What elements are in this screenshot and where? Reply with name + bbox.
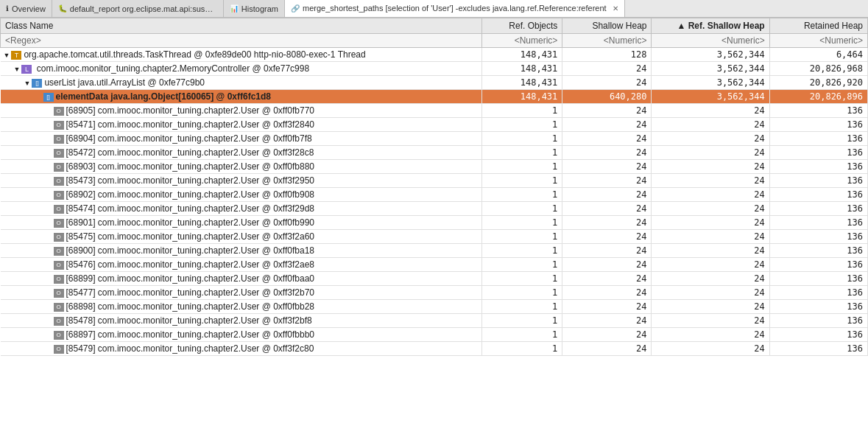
row-class-text: [85475] com.imooc.monitor_tuning.chapter… <box>66 231 314 242</box>
tab-merge_shortest[interactable]: 🔗merge_shortest_paths [selection of 'Use… <box>285 0 625 18</box>
table-row[interactable]: O[85475] com.imooc.monitor_tuning.chapte… <box>1 230 868 244</box>
filter-shallow-heap[interactable]: <Numeric> <box>562 34 652 48</box>
cell-ref_shallow_heap: 24 <box>652 146 769 160</box>
cell-ref_objects: 1 <box>482 216 562 230</box>
row-class-text: [85479] com.imooc.monitor_tuning.chapter… <box>66 343 314 354</box>
row-class-text: [85477] com.imooc.monitor_tuning.chapter… <box>66 287 314 298</box>
cell-retained_heap: 136 <box>769 132 867 146</box>
row-class-text: userList java.util.ArrayList @ 0xfe77c9b… <box>44 77 205 88</box>
expand-icon[interactable]: ▼ <box>4 52 10 59</box>
cell-class-name: O[68898] com.imooc.monitor_tuning.chapte… <box>1 300 482 314</box>
cell-class-name: O[85472] com.imooc.monitor_tuning.chapte… <box>1 146 482 160</box>
row-class-text: [85478] com.imooc.monitor_tuning.chapter… <box>66 315 312 326</box>
tab-close-merge_shortest[interactable]: ✕ <box>613 4 618 13</box>
tab-default_report[interactable]: 🐛default_report org.eclipse.mat.api:susp… <box>52 0 224 18</box>
row-class-text: com.imooc.monitor_tuning.chapter2.Memory… <box>34 63 309 74</box>
cell-ref_shallow_heap: 24 <box>652 188 769 202</box>
table-row[interactable]: O[85474] com.imooc.monitor_tuning.chapte… <box>1 202 868 216</box>
cell-retained_heap: 136 <box>769 244 867 258</box>
cell-ref_objects: 1 <box>482 286 562 300</box>
cell-ref_objects: 1 <box>482 118 562 132</box>
filter-retained-heap[interactable]: <Numeric> <box>769 34 867 48</box>
cell-retained_heap: 136 <box>769 174 867 188</box>
table-row[interactable]: O[68902] com.imooc.monitor_tuning.chapte… <box>1 188 868 202</box>
table-row[interactable]: O[85479] com.imooc.monitor_tuning.chapte… <box>1 342 868 356</box>
cell-retained_heap: 136 <box>769 104 867 118</box>
cell-ref_objects: 1 <box>482 314 562 328</box>
table-row[interactable]: O[68897] com.imooc.monitor_tuning.chapte… <box>1 328 868 342</box>
col-class-name[interactable]: Class Name <box>1 18 482 34</box>
cell-shallow_heap: 24 <box>562 132 652 146</box>
expand-icon[interactable]: ▼ <box>24 80 31 87</box>
column-header-row: Class Name Ref. Objects Shallow Heap ▲ R… <box>1 18 868 34</box>
row-icon-obj: O <box>54 247 64 256</box>
row-class-text: [68902] com.imooc.monitor_tuning.chapter… <box>66 189 314 200</box>
table-row[interactable]: O[68901] com.imooc.monitor_tuning.chapte… <box>1 216 868 230</box>
col-ref-objects[interactable]: Ref. Objects <box>482 18 562 34</box>
table-row[interactable]: O[68899] com.imooc.monitor_tuning.chapte… <box>1 272 868 286</box>
table-row[interactable]: O[85471] com.imooc.monitor_tuning.chapte… <box>1 118 868 132</box>
cell-ref_shallow_heap: 24 <box>652 258 769 272</box>
table-row[interactable]: []elementData java.lang.Object[160065] @… <box>1 90 868 104</box>
cell-class-name: O[85478] com.imooc.monitor_tuning.chapte… <box>1 314 482 328</box>
tab-icon-default_report: 🐛 <box>58 4 67 13</box>
cell-ref_shallow_heap: 24 <box>652 244 769 258</box>
col-retained-heap[interactable]: Retained Heap <box>769 18 867 34</box>
cell-class-name: O[85477] com.imooc.monitor_tuning.chapte… <box>1 286 482 300</box>
col-shallow-heap[interactable]: Shallow Heap <box>562 18 652 34</box>
cell-class-name: O[85476] com.imooc.monitor_tuning.chapte… <box>1 258 482 272</box>
row-icon-obj: O <box>54 261 64 270</box>
table-row[interactable]: O[85477] com.imooc.monitor_tuning.chapte… <box>1 286 868 300</box>
cell-shallow_heap: 24 <box>562 300 652 314</box>
table-row[interactable]: O[85478] com.imooc.monitor_tuning.chapte… <box>1 314 868 328</box>
filter-ref-shallow-heap[interactable]: <Numeric> <box>652 34 769 48</box>
table-row[interactable]: ▼Torg.apache.tomcat.util.threads.TaskThr… <box>1 48 868 62</box>
tab-label-overview: Overview <box>12 4 46 13</box>
main-container: Class Name Ref. Objects Shallow Heap ▲ R… <box>0 18 868 437</box>
cell-ref_objects: 1 <box>482 244 562 258</box>
table-row[interactable]: O[85472] com.imooc.monitor_tuning.chapte… <box>1 146 868 160</box>
table-row[interactable]: O[68898] com.imooc.monitor_tuning.chapte… <box>1 300 868 314</box>
cell-shallow_heap: 128 <box>562 48 652 62</box>
row-icon-array: [] <box>43 93 54 102</box>
cell-ref_shallow_heap: 3,562,344 <box>652 62 769 76</box>
table-row[interactable]: O[68904] com.imooc.monitor_tuning.chapte… <box>1 132 868 146</box>
filter-row: <Regex> <Numeric> <Numeric> <Numeric> <N… <box>1 34 868 48</box>
cell-retained_heap: 136 <box>769 314 867 328</box>
cell-shallow_heap: 24 <box>562 244 652 258</box>
table-row[interactable]: O[85473] com.imooc.monitor_tuning.chapte… <box>1 174 868 188</box>
tab-bar: ℹOverview🐛default_report org.eclipse.mat… <box>0 0 868 18</box>
row-class-text: [85471] com.imooc.monitor_tuning.chapter… <box>66 119 314 130</box>
row-icon-obj: O <box>54 191 64 200</box>
cell-retained_heap: 136 <box>769 230 867 244</box>
table-row[interactable]: O[68905] com.imooc.monitor_tuning.chapte… <box>1 104 868 118</box>
table-row[interactable]: ▼[]userList java.util.ArrayList @ 0xfe77… <box>1 76 868 90</box>
table-row[interactable]: O[68900] com.imooc.monitor_tuning.chapte… <box>1 244 868 258</box>
cell-shallow_heap: 24 <box>562 160 652 174</box>
cell-ref_objects: 1 <box>482 230 562 244</box>
col-ref-shallow-heap[interactable]: ▲ Ref. Shallow Heap <box>652 18 769 34</box>
cell-class-name: O[68897] com.imooc.monitor_tuning.chapte… <box>1 328 482 342</box>
cell-retained_heap: 136 <box>769 216 867 230</box>
table-row[interactable]: O[85476] com.imooc.monitor_tuning.chapte… <box>1 258 868 272</box>
row-icon-obj: O <box>54 219 64 228</box>
cell-shallow_heap: 24 <box>562 188 652 202</box>
cell-class-name: O[68900] com.imooc.monitor_tuning.chapte… <box>1 244 482 258</box>
cell-ref_shallow_heap: 24 <box>652 328 769 342</box>
expand-icon[interactable]: ▼ <box>14 66 21 73</box>
filter-ref-objects[interactable]: <Numeric> <box>482 34 562 48</box>
cell-shallow_heap: 24 <box>562 104 652 118</box>
tab-histogram[interactable]: 📊Histogram <box>224 0 285 18</box>
cell-ref_objects: 148,431 <box>482 62 562 76</box>
row-class-text: [68899] com.imooc.monitor_tuning.chapter… <box>66 273 314 284</box>
filter-class-name[interactable]: <Regex> <box>1 34 482 48</box>
cell-class-name: []elementData java.lang.Object[160065] @… <box>1 90 482 104</box>
cell-retained_heap: 136 <box>769 118 867 132</box>
cell-shallow_heap: 24 <box>562 328 652 342</box>
tab-icon-overview: ℹ <box>6 4 9 13</box>
cell-retained_heap: 136 <box>769 272 867 286</box>
row-icon-obj: O <box>54 345 64 354</box>
table-row[interactable]: ▼L com.imooc.monitor_tuning.chapter2.Mem… <box>1 62 868 76</box>
table-row[interactable]: O[68903] com.imooc.monitor_tuning.chapte… <box>1 160 868 174</box>
tab-overview[interactable]: ℹOverview <box>0 0 52 18</box>
